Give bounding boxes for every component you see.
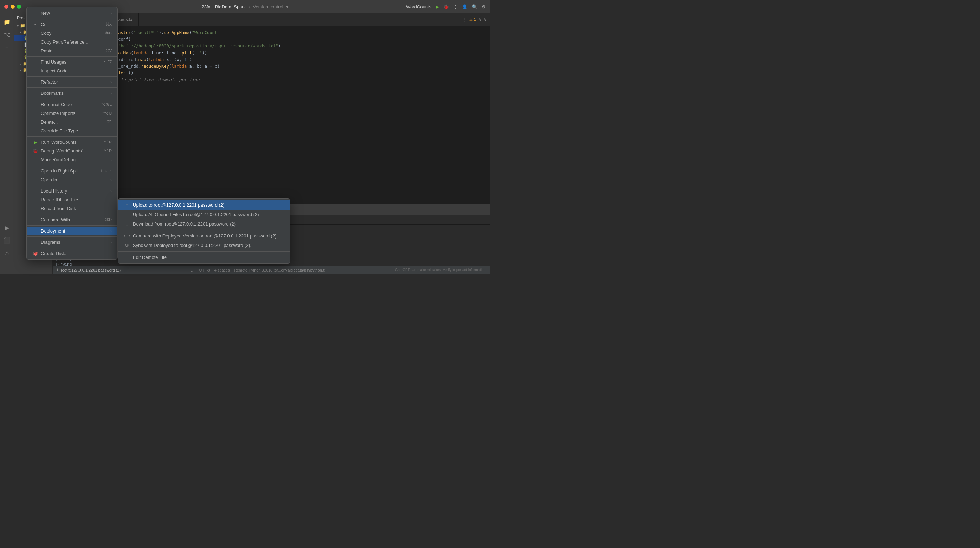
menu-separator xyxy=(27,87,118,88)
menu-item-label: More Run/Debug xyxy=(41,157,76,162)
maximize-button[interactable] xyxy=(17,5,21,9)
sync-icon: ⟳ xyxy=(124,243,130,248)
project-icon[interactable]: 📁 xyxy=(2,16,13,27)
menu-item-find-usages[interactable]: Find Usages ⌥F7 xyxy=(27,57,118,67)
menu-item-more-run[interactable]: More Run/Debug › xyxy=(27,155,118,164)
menu-item-label: Copy xyxy=(41,30,51,36)
run-icon[interactable]: ▶ xyxy=(436,4,439,10)
menu-item-debug[interactable]: 🐞 Debug 'WordCounts' ^⇧D xyxy=(27,146,118,155)
debug-menu-icon: 🐞 xyxy=(32,149,38,154)
menu-item-diagrams[interactable]: Diagrams › xyxy=(27,238,118,246)
submenu-item-label: Sync with Deployed to root@127.0.0.1:220… xyxy=(133,243,254,248)
status-line-ending[interactable]: LF xyxy=(191,268,195,272)
menu-item-paste[interactable]: Paste ⌘V xyxy=(27,46,118,55)
submenu-arrow-icon: › xyxy=(110,229,112,233)
shortcut-label: ⌘D xyxy=(105,218,112,222)
menu-item-open-right-split[interactable]: Open in Right Split ⇧⌥→ xyxy=(27,167,118,175)
branch-name: root@127.0.0.1:2201 password (2) xyxy=(61,268,121,272)
status-bar: ⬆ root@127.0.0.1:2201 password (2) LF UT… xyxy=(53,265,490,274)
vcs-icon[interactable]: ⌥ xyxy=(2,29,13,40)
menu-item-copy-path[interactable]: Copy Path/Reference... xyxy=(27,38,118,46)
menu-separator xyxy=(27,19,118,19)
menu-item-repair-ide[interactable]: Repair IDE on File xyxy=(27,195,118,204)
menu-separator xyxy=(27,185,118,186)
menu-item-run[interactable]: ▶ Run 'WordCounts' ^⇧R xyxy=(27,138,118,146)
minimize-button[interactable] xyxy=(11,5,15,9)
search-everywhere-icon[interactable]: 🔍 xyxy=(472,4,477,10)
shortcut-label: ⌘C xyxy=(105,31,112,35)
menu-item-label: Override File Type xyxy=(41,128,78,133)
menu-item-create-gist[interactable]: 🐙 Create Gist... xyxy=(27,249,118,258)
version-control-label[interactable]: Version control xyxy=(253,4,283,10)
traffic-lights xyxy=(4,5,21,9)
upload-all-icon: ↑ xyxy=(124,212,130,217)
submenu-item-upload-all[interactable]: ↑ Upload All Opened Files to root@127.0.… xyxy=(118,210,290,219)
menu-item-copy[interactable]: Copy ⌘C xyxy=(27,29,118,38)
menu-item-local-history[interactable]: Local History › xyxy=(27,186,118,195)
submenu-item-upload[interactable]: ↑ Upload to root@127.0.0.1:2201 password… xyxy=(118,200,290,210)
submenu-item-download[interactable]: ↓ Download from root@127.0.0.1:2201 pass… xyxy=(118,219,290,229)
shortcut-label: ⌘X xyxy=(105,22,112,27)
menu-item-open-in[interactable]: Open In › xyxy=(27,175,118,184)
menu-item-deployment[interactable]: Deployment › xyxy=(27,227,118,235)
menu-item-refactor[interactable]: Refactor › xyxy=(27,78,118,86)
problems-icon[interactable]: ⚠ xyxy=(2,247,13,259)
gist-icon: 🐙 xyxy=(32,251,38,256)
menu-separator xyxy=(27,225,118,226)
code-line: __ == '__main__' xyxy=(60,84,483,90)
submenu-item-edit-remote[interactable]: Edit Remote File xyxy=(118,253,290,262)
structure-icon[interactable]: ≡ xyxy=(2,41,13,53)
status-encoding[interactable]: UTF-8 xyxy=(199,268,210,272)
menu-item-label: Open in Right Split xyxy=(41,168,79,173)
settings-icon[interactable]: ⚙ xyxy=(482,4,486,10)
git-icon[interactable]: ↑ xyxy=(2,260,13,271)
compare-deployed-icon: ⟷ xyxy=(124,233,130,238)
shortcut-label: ^⇧R xyxy=(104,140,112,145)
shortcut-label: ⌥F7 xyxy=(103,60,112,64)
menu-item-bookmarks[interactable]: Bookmarks › xyxy=(27,89,118,98)
menu-item-inspect-code[interactable]: Inspect Code... xyxy=(27,67,118,75)
submenu-item-compare[interactable]: ⟷ Compare with Deployed Version on root@… xyxy=(118,231,290,241)
submenu-arrow-icon: › xyxy=(110,178,112,182)
code-line: sc = SparkContext(conf=conf) xyxy=(60,36,483,43)
nav-down-icon[interactable]: ∨ xyxy=(484,17,487,22)
menu-separator xyxy=(27,136,118,137)
submenu-item-sync[interactable]: ⟳ Sync with Deployed to root@127.0.0.1:2… xyxy=(118,241,290,250)
menu-item-label: Repair IDE on File xyxy=(41,197,78,202)
status-interpreter[interactable]: Remote Python 3.9.18 (sf...envs/bigdata/… xyxy=(234,268,326,272)
more-actions-icon[interactable]: ⋮ xyxy=(453,4,458,10)
submenu-arrow-icon: › xyxy=(110,240,112,245)
plugins-icon[interactable]: ⋯ xyxy=(2,54,13,65)
menu-item-reformat[interactable]: Reformat Code ⌥⌘L xyxy=(27,100,118,109)
menu-item-delete[interactable]: Delete... ⌫ xyxy=(27,118,118,127)
menu-item-cut[interactable]: ✂ Cut ⌘X xyxy=(27,20,118,29)
debug-icon[interactable]: 🐞 xyxy=(443,4,449,10)
nav-up-icon[interactable]: ∧ xyxy=(478,17,482,22)
status-branch[interactable]: ⬆ root@127.0.0.1:2201 password (2) xyxy=(56,268,121,272)
code-line: words_rdd = file_rdd.flatMap(lambda line… xyxy=(60,50,483,57)
project-name-label[interactable]: 23fall_BigData_Spark xyxy=(201,4,246,10)
code-line: conf = SparkConf().setMaster("local[*]")… xyxy=(60,30,483,36)
run-panel-icon[interactable]: ▶ xyxy=(2,222,13,233)
menu-item-reload-disk[interactable]: Reload from Disk xyxy=(27,204,118,213)
editor-content[interactable]: conf = SparkConf().setMaster("local[*]")… xyxy=(53,26,490,204)
menu-item-label: Reload from Disk xyxy=(41,206,76,211)
profile-icon[interactable]: 👤 xyxy=(462,4,468,10)
submenu-item-label: Download from root@127.0.0.1:2201 passwo… xyxy=(133,221,235,227)
expand-arrow-icon: ▸ xyxy=(20,68,21,72)
submenu-item-label: Upload to root@127.0.0.1:2201 password (… xyxy=(133,202,224,208)
menu-item-label: Delete... xyxy=(41,119,58,125)
more-tabs-icon[interactable]: ⋮ xyxy=(463,17,467,22)
terminal-icon[interactable]: ⬛ xyxy=(2,235,13,246)
submenu-separator xyxy=(118,251,290,251)
menu-item-override-file-type[interactable]: Override File Type xyxy=(27,127,118,135)
menu-item-new[interactable]: New › xyxy=(27,9,118,17)
menu-item-label: Compare With... xyxy=(41,217,74,222)
submenu-arrow-icon: › xyxy=(110,11,112,16)
close-button[interactable] xyxy=(4,5,8,9)
status-indent[interactable]: 4 spaces xyxy=(215,268,230,272)
menu-item-compare[interactable]: Compare With... ⌘D xyxy=(27,215,118,224)
chatgpt-note: ChatGPT can make mistakes. Verify import… xyxy=(395,268,487,272)
expand-arrow-icon: ▾ xyxy=(17,24,19,28)
menu-item-optimize-imports[interactable]: Optimize Imports ^⌥O xyxy=(27,109,118,118)
